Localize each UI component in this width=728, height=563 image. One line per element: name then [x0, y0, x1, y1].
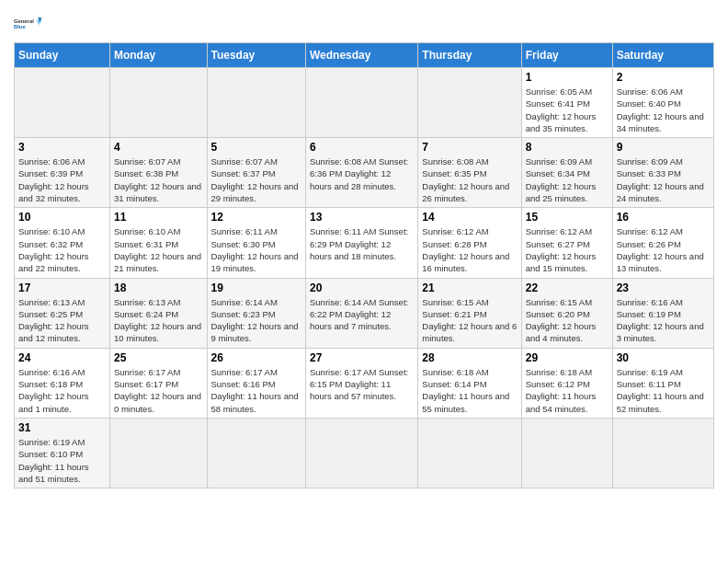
- day-number: 4: [114, 141, 203, 154]
- day-number: 15: [526, 211, 609, 224]
- calendar-cell: [418, 68, 521, 138]
- day-number: 11: [114, 211, 203, 224]
- day-info: Sunrise: 6:17 AM Sunset: 6:15 PM Dayligh…: [310, 366, 414, 403]
- calendar-table: SundayMondayTuesdayWednesdayThursdayFrid…: [14, 42, 714, 488]
- day-number: 1: [526, 71, 609, 84]
- day-number: 12: [211, 211, 301, 224]
- calendar-cell: 18Sunrise: 6:13 AM Sunset: 6:24 PM Dayli…: [109, 278, 207, 348]
- svg-text:Blue: Blue: [14, 24, 26, 29]
- calendar-cell: 17Sunrise: 6:13 AM Sunset: 6:25 PM Dayli…: [15, 278, 110, 348]
- day-number: 21: [422, 282, 517, 294]
- calendar-week-3: 17Sunrise: 6:13 AM Sunset: 6:25 PM Dayli…: [15, 278, 714, 348]
- day-info: Sunrise: 6:08 AM Sunset: 6:35 PM Dayligh…: [422, 155, 517, 204]
- day-info: Sunrise: 6:06 AM Sunset: 6:39 PM Dayligh…: [18, 155, 106, 204]
- calendar-cell: [109, 418, 207, 488]
- calendar-cell: 12Sunrise: 6:11 AM Sunset: 6:30 PM Dayli…: [207, 208, 305, 278]
- weekday-header-friday: Friday: [521, 43, 612, 68]
- calendar-cell: 6Sunrise: 6:08 AM Sunset: 6:36 PM Daylig…: [305, 138, 417, 208]
- day-number: 31: [18, 421, 106, 434]
- day-number: 10: [18, 211, 106, 224]
- calendar-cell: 14Sunrise: 6:12 AM Sunset: 6:28 PM Dayli…: [418, 208, 521, 278]
- logo-icon: GeneralBlue: [14, 9, 47, 37]
- day-info: Sunrise: 6:19 AM Sunset: 6:11 PM Dayligh…: [617, 366, 710, 415]
- day-number: 13: [310, 211, 414, 224]
- weekday-header-tuesday: Tuesday: [207, 43, 305, 68]
- calendar-cell: 10Sunrise: 6:10 AM Sunset: 6:32 PM Dayli…: [15, 208, 110, 278]
- day-number: 25: [114, 351, 203, 364]
- day-info: Sunrise: 6:17 AM Sunset: 6:16 PM Dayligh…: [211, 366, 301, 415]
- calendar-cell: 3Sunrise: 6:06 AM Sunset: 6:39 PM Daylig…: [15, 138, 110, 208]
- day-info: Sunrise: 6:14 AM Sunset: 6:23 PM Dayligh…: [211, 296, 301, 345]
- calendar-cell: 23Sunrise: 6:16 AM Sunset: 6:19 PM Dayli…: [612, 278, 713, 348]
- calendar-cell: 4Sunrise: 6:07 AM Sunset: 6:38 PM Daylig…: [109, 138, 207, 208]
- calendar-cell: 28Sunrise: 6:18 AM Sunset: 6:14 PM Dayli…: [418, 348, 521, 418]
- calendar-cell: 2Sunrise: 6:06 AM Sunset: 6:40 PM Daylig…: [612, 68, 713, 138]
- calendar-week-2: 10Sunrise: 6:10 AM Sunset: 6:32 PM Dayli…: [15, 208, 714, 278]
- calendar-cell: 11Sunrise: 6:10 AM Sunset: 6:31 PM Dayli…: [109, 208, 207, 278]
- day-info: Sunrise: 6:15 AM Sunset: 6:20 PM Dayligh…: [526, 296, 609, 345]
- day-number: 2: [617, 71, 710, 84]
- calendar-cell: [418, 418, 521, 488]
- day-number: 24: [18, 351, 106, 364]
- day-info: Sunrise: 6:10 AM Sunset: 6:32 PM Dayligh…: [18, 225, 106, 274]
- calendar-week-4: 24Sunrise: 6:16 AM Sunset: 6:18 PM Dayli…: [15, 348, 714, 418]
- day-info: Sunrise: 6:16 AM Sunset: 6:18 PM Dayligh…: [18, 366, 106, 415]
- day-number: 27: [310, 351, 414, 364]
- day-number: 23: [617, 282, 710, 294]
- svg-marker-0: [36, 20, 41, 25]
- calendar-cell: 1Sunrise: 6:05 AM Sunset: 6:41 PM Daylig…: [521, 68, 612, 138]
- day-info: Sunrise: 6:11 AM Sunset: 6:30 PM Dayligh…: [211, 225, 301, 274]
- day-number: 9: [617, 141, 710, 154]
- day-info: Sunrise: 6:05 AM Sunset: 6:41 PM Dayligh…: [526, 86, 609, 134]
- header: GeneralBlue: [14, 9, 714, 37]
- day-info: Sunrise: 6:09 AM Sunset: 6:34 PM Dayligh…: [526, 155, 609, 204]
- calendar-cell: 25Sunrise: 6:17 AM Sunset: 6:17 PM Dayli…: [109, 348, 207, 418]
- calendar-cell: 26Sunrise: 6:17 AM Sunset: 6:16 PM Dayli…: [207, 348, 305, 418]
- day-number: 3: [18, 141, 106, 154]
- day-info: Sunrise: 6:18 AM Sunset: 6:14 PM Dayligh…: [422, 366, 517, 415]
- day-info: Sunrise: 6:17 AM Sunset: 6:17 PM Dayligh…: [114, 366, 203, 415]
- logo: GeneralBlue: [14, 9, 47, 37]
- calendar-cell: 16Sunrise: 6:12 AM Sunset: 6:26 PM Dayli…: [612, 208, 713, 278]
- calendar-cell: [15, 68, 110, 138]
- day-number: 6: [310, 141, 414, 154]
- day-number: 18: [114, 282, 203, 294]
- calendar-cell: [207, 68, 305, 138]
- calendar-cell: 9Sunrise: 6:09 AM Sunset: 6:33 PM Daylig…: [612, 138, 713, 208]
- calendar-cell: [305, 418, 417, 488]
- day-info: Sunrise: 6:12 AM Sunset: 6:28 PM Dayligh…: [422, 225, 517, 274]
- weekday-header-thursday: Thursday: [418, 43, 521, 68]
- day-number: 5: [211, 141, 301, 154]
- day-number: 16: [617, 211, 710, 224]
- day-info: Sunrise: 6:06 AM Sunset: 6:40 PM Dayligh…: [617, 86, 710, 134]
- weekday-header-monday: Monday: [109, 43, 207, 68]
- calendar-week-1: 3Sunrise: 6:06 AM Sunset: 6:39 PM Daylig…: [15, 138, 714, 208]
- svg-text:General: General: [14, 18, 34, 24]
- calendar-cell: [521, 418, 612, 488]
- calendar-cell: 20Sunrise: 6:14 AM Sunset: 6:22 PM Dayli…: [305, 278, 417, 348]
- calendar-cell: [109, 68, 207, 138]
- calendar-cell: 8Sunrise: 6:09 AM Sunset: 6:34 PM Daylig…: [521, 138, 612, 208]
- day-number: 14: [422, 211, 517, 224]
- day-number: 28: [422, 351, 517, 364]
- calendar-cell: 31Sunrise: 6:19 AM Sunset: 6:10 PM Dayli…: [15, 418, 110, 488]
- day-number: 22: [526, 282, 609, 294]
- calendar-cell: 7Sunrise: 6:08 AM Sunset: 6:35 PM Daylig…: [418, 138, 521, 208]
- weekday-header-wednesday: Wednesday: [305, 43, 417, 68]
- calendar-cell: 29Sunrise: 6:18 AM Sunset: 6:12 PM Dayli…: [521, 348, 612, 418]
- calendar-cell: 15Sunrise: 6:12 AM Sunset: 6:27 PM Dayli…: [521, 208, 612, 278]
- day-info: Sunrise: 6:07 AM Sunset: 6:38 PM Dayligh…: [114, 155, 203, 204]
- day-info: Sunrise: 6:12 AM Sunset: 6:26 PM Dayligh…: [617, 225, 710, 274]
- calendar-cell: [612, 418, 713, 488]
- day-info: Sunrise: 6:18 AM Sunset: 6:12 PM Dayligh…: [526, 366, 609, 415]
- calendar-cell: 19Sunrise: 6:14 AM Sunset: 6:23 PM Dayli…: [207, 278, 305, 348]
- day-info: Sunrise: 6:07 AM Sunset: 6:37 PM Dayligh…: [211, 155, 301, 204]
- day-number: 26: [211, 351, 301, 364]
- calendar-cell: 21Sunrise: 6:15 AM Sunset: 6:21 PM Dayli…: [418, 278, 521, 348]
- day-number: 17: [18, 282, 106, 294]
- calendar-cell: [305, 68, 417, 138]
- calendar-week-5: 31Sunrise: 6:19 AM Sunset: 6:10 PM Dayli…: [15, 418, 714, 488]
- weekday-header-saturday: Saturday: [612, 43, 713, 68]
- day-info: Sunrise: 6:08 AM Sunset: 6:36 PM Dayligh…: [310, 155, 414, 192]
- day-info: Sunrise: 6:15 AM Sunset: 6:21 PM Dayligh…: [422, 296, 517, 345]
